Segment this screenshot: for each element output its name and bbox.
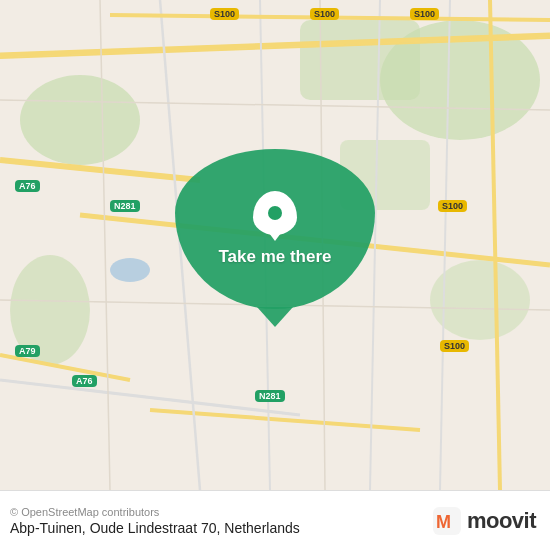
road-badge-a76-1: A76 xyxy=(15,180,40,192)
map-container: S100 S100 S100 A76 N281 S100 A79 A76 N28… xyxy=(0,0,550,490)
moovit-text: moovit xyxy=(467,508,536,534)
svg-point-7 xyxy=(110,258,150,282)
road-badge-n281-1: N281 xyxy=(110,200,140,212)
moovit-logo: M moovit xyxy=(433,507,536,535)
road-badge-s100-5: S100 xyxy=(440,340,469,352)
road-badge-s100-2: S100 xyxy=(310,8,339,20)
road-badge-a79: A79 xyxy=(15,345,40,357)
footer: © OpenStreetMap contributors Abp-Tuinen,… xyxy=(0,490,550,550)
take-me-there-button[interactable]: Take me there xyxy=(218,247,331,267)
copyright-text: © OpenStreetMap contributors xyxy=(10,506,300,518)
road-badge-n281-3: N281 xyxy=(255,390,285,402)
svg-text:M: M xyxy=(436,512,451,532)
road-badge-s100-3: S100 xyxy=(410,8,439,20)
road-badge-s100-4: S100 xyxy=(438,200,467,212)
moovit-icon: M xyxy=(433,507,461,535)
pin-dot xyxy=(268,206,282,220)
location-pin xyxy=(253,191,297,235)
svg-rect-3 xyxy=(300,20,420,100)
location-address: Abp-Tuinen, Oude Lindestraat 70, Netherl… xyxy=(10,520,300,536)
road-badge-a76-2: A76 xyxy=(72,375,97,387)
footer-info: © OpenStreetMap contributors Abp-Tuinen,… xyxy=(10,506,300,536)
road-badge-s100-1: S100 xyxy=(210,8,239,20)
svg-point-1 xyxy=(20,75,140,165)
